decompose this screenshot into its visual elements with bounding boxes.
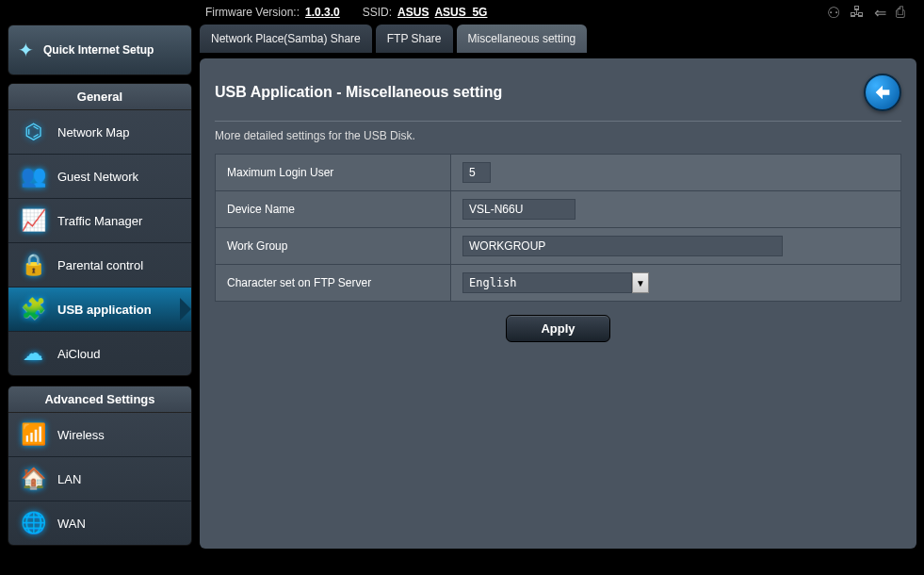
nav-label: LAN (57, 472, 81, 486)
row-charset: Character set on FTP Server English ▼ (216, 265, 901, 302)
tab-misc-setting[interactable]: Miscellaneous setting (457, 25, 588, 53)
page-title: USB Application - Miscellaneous setting (215, 84, 502, 101)
page-description: More detailed settings for the USB Disk. (215, 129, 901, 142)
charset-select[interactable]: English (462, 272, 632, 293)
nav-wan[interactable]: 🌐 WAN (8, 501, 191, 545)
nav-label: USB application (57, 303, 152, 317)
work-group-label: Work Group (216, 228, 451, 265)
nav-network-map[interactable]: ⌬ Network Map (8, 110, 191, 155)
header-icons: ⚇ 🖧 ⇐ ⎙ (827, 4, 905, 22)
apply-button[interactable]: Apply (506, 315, 609, 342)
tab-samba-share[interactable]: Network Place(Samba) Share (200, 25, 372, 53)
row-device-name: Device Name (216, 191, 901, 228)
nav-label: AiCloud (57, 347, 101, 361)
ssid-2[interactable]: ASUS_5G (434, 6, 487, 19)
general-title: General (8, 84, 191, 110)
general-panel: General ⌬ Network Map 👥 Guest Network 📈 … (8, 83, 192, 376)
back-button[interactable] (864, 74, 901, 111)
nav-guest-network[interactable]: 👥 Guest Network (8, 155, 191, 199)
printer-icon[interactable]: ⎙ (896, 4, 905, 21)
content-panel: USB Application - Miscellaneous setting … (200, 58, 916, 549)
nav-label: WAN (57, 517, 86, 531)
tab-ftp-share[interactable]: FTP Share (376, 25, 453, 53)
max-login-user-label: Maximum Login User (216, 155, 451, 191)
work-group-input[interactable] (462, 236, 783, 256)
advanced-title: Advanced Settings (8, 386, 191, 413)
guest-network-icon: 👥 (20, 164, 46, 189)
row-max-login-user: Maximum Login User (216, 155, 901, 191)
firmware-version[interactable]: 1.0.3.0 (305, 6, 340, 19)
quick-internet-setup-button[interactable]: ✦ Quick Internet Setup (8, 25, 192, 75)
lock-icon: 🔒 (20, 253, 46, 277)
nav-label: Network Map (57, 125, 130, 140)
network-map-icon: ⌬ (20, 120, 46, 144)
device-name-label: Device Name (216, 191, 451, 228)
tabs: Network Place(Samba) Share FTP Share Mis… (200, 25, 916, 53)
globe-icon: 🌐 (20, 511, 46, 535)
nav-aicloud[interactable]: ☁ AiCloud (8, 332, 191, 375)
charset-label: Character set on FTP Server (216, 265, 451, 302)
usb-icon[interactable]: ⇐ (874, 4, 886, 22)
home-icon: 🏠 (20, 467, 46, 491)
nav-label: Guest Network (57, 170, 138, 184)
clients-icon[interactable]: ⚇ (827, 4, 840, 22)
back-arrow-icon (872, 82, 893, 103)
traffic-icon: 📈 (20, 208, 46, 233)
nav-label: Traffic Manager (57, 214, 142, 228)
row-work-group: Work Group (216, 228, 901, 265)
wand-icon: ✦ (18, 39, 34, 61)
network-icon[interactable]: 🖧 (850, 4, 865, 21)
nav-usb-application[interactable]: 🧩 USB application (8, 288, 191, 332)
device-name-input[interactable] (462, 199, 575, 220)
nav-label: Wireless (57, 428, 105, 442)
ssid-1[interactable]: ASUS (397, 6, 429, 19)
max-login-user-input[interactable] (462, 162, 491, 183)
nav-label: Parental control (57, 258, 143, 272)
quick-setup-label: Quick Internet Setup (43, 43, 154, 57)
nav-wireless[interactable]: 📶 Wireless (8, 413, 191, 457)
nav-lan[interactable]: 🏠 LAN (8, 457, 191, 501)
settings-table: Maximum Login User Device Name Work Grou… (215, 154, 901, 302)
ssid-label: SSID: (363, 6, 392, 19)
advanced-panel: Advanced Settings 📶 Wireless 🏠 LAN 🌐 WAN (8, 386, 192, 546)
nav-traffic-manager[interactable]: 📈 Traffic Manager (8, 199, 191, 243)
wifi-icon: 📶 (20, 422, 46, 447)
nav-parental-control[interactable]: 🔒 Parental control (8, 243, 191, 288)
firmware-label: Firmware Version:: (205, 6, 300, 19)
cloud-icon: ☁ (20, 341, 46, 366)
puzzle-icon: 🧩 (20, 297, 46, 321)
dropdown-button[interactable]: ▼ (632, 272, 649, 293)
top-header: Firmware Version:: 1.0.3.0 SSID: ASUS AS… (0, 0, 924, 25)
